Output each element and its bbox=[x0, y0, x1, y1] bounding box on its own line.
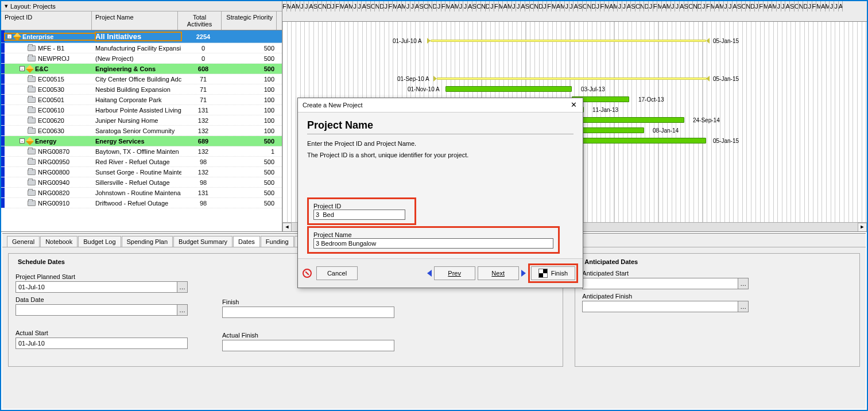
next-button[interactable]: Next bbox=[478, 266, 519, 280]
row-activities: 0 bbox=[181, 45, 225, 52]
table-row[interactable]: EC00630Saratoga Senior Community132100 bbox=[1, 126, 282, 136]
col-project-name[interactable]: Project Name bbox=[92, 11, 178, 30]
row-priority: 500 bbox=[225, 189, 280, 196]
row-name: City Center Office Building Adc bbox=[95, 76, 181, 83]
row-name: Johnstown - Routine Maintena bbox=[95, 189, 181, 196]
row-name: Sunset Gorge - Routine Mainte bbox=[95, 169, 181, 176]
gantt-label: 03-Jul-13 bbox=[581, 86, 605, 92]
table-row[interactable]: -E&CEngineering & Cons608500 bbox=[1, 64, 282, 74]
tab-notebook[interactable]: Notebook bbox=[40, 236, 78, 247]
row-activities: 98 bbox=[181, 200, 225, 207]
table-row[interactable]: MFE - B1Manufacturing Facility Expansi05… bbox=[1, 43, 282, 53]
col-project-id[interactable]: Project ID bbox=[1, 11, 92, 30]
table-row[interactable]: NRG00820Johnstown - Routine Maintena1315… bbox=[1, 188, 282, 198]
finish-highlight: Finish bbox=[528, 263, 578, 283]
row-name: Haitang Corporate Park bbox=[95, 96, 181, 103]
gantt-bar[interactable] bbox=[569, 138, 706, 144]
close-icon[interactable]: ✕ bbox=[569, 100, 578, 110]
tab-budget-summary[interactable]: Budget Summary bbox=[173, 236, 232, 247]
col-total-activities[interactable]: Total Activities bbox=[178, 11, 222, 30]
gantt-summary-bar-enterprise[interactable] bbox=[431, 40, 706, 42]
eps-icon bbox=[26, 64, 34, 72]
table-row[interactable]: EC00515City Center Office Building Adc71… bbox=[1, 74, 282, 84]
anticipated-start-input[interactable]: … bbox=[582, 278, 749, 289]
row-activities: 132 bbox=[181, 169, 225, 176]
anticipated-finish-input[interactable]: … bbox=[582, 301, 749, 312]
grid-column-headers: Project ID Project Name Total Activities… bbox=[1, 11, 282, 30]
row-activities: 132 bbox=[181, 127, 225, 134]
collapse-icon[interactable]: - bbox=[20, 138, 25, 144]
row-priority: 100 bbox=[225, 127, 280, 134]
folder-icon bbox=[28, 56, 36, 61]
tab-funding[interactable]: Funding bbox=[261, 236, 294, 247]
gantt-bar[interactable] bbox=[445, 86, 572, 92]
finish-input[interactable] bbox=[222, 307, 394, 318]
row-name: Baytown, TX - Offline Mainten bbox=[95, 148, 181, 155]
project-name-label: Project Name bbox=[313, 231, 553, 238]
tab-general[interactable]: General bbox=[7, 236, 40, 247]
anticipated-dates-title: Anticipated Dates bbox=[582, 258, 852, 265]
table-row[interactable]: EC00620Juniper Nursing Home132100 bbox=[1, 115, 282, 126]
row-id: E&C bbox=[35, 65, 48, 72]
table-row[interactable]: NRG00910Driftwood - Refuel Outage98500 bbox=[1, 198, 282, 208]
col-strategic-priority[interactable]: Strategic Priority bbox=[222, 11, 277, 30]
cancel-button[interactable]: Cancel bbox=[316, 266, 358, 280]
chevron-down-icon[interactable]: ▾ bbox=[5, 2, 8, 10]
table-row[interactable]: EC00501Haitang Corporate Park71100 bbox=[1, 95, 282, 105]
row-name: All Initiatives bbox=[95, 32, 181, 41]
row-name: Saratoga Senior Community bbox=[95, 127, 181, 134]
scroll-right-button[interactable]: ► bbox=[858, 223, 867, 231]
eps-icon bbox=[13, 32, 21, 40]
table-row[interactable]: -EnergyEnergy Services689500 bbox=[1, 136, 282, 146]
row-priority: 100 bbox=[225, 86, 280, 93]
tab-dates[interactable]: Dates bbox=[233, 236, 260, 247]
planned-start-input[interactable]: 01-Jul-10 … bbox=[16, 281, 188, 293]
collapse-icon[interactable]: - bbox=[7, 34, 12, 39]
row-id: NRG00800 bbox=[38, 169, 69, 176]
finish-button[interactable]: Finish bbox=[531, 266, 575, 280]
finish-icon bbox=[538, 269, 548, 278]
ellipsis-button[interactable]: … bbox=[738, 278, 748, 289]
table-row[interactable]: -EnterpriseAll Initiatives2254 bbox=[1, 30, 282, 43]
scroll-left-button[interactable]: ◄ bbox=[282, 223, 292, 231]
row-id: Energy bbox=[35, 138, 56, 145]
table-row[interactable]: NRG00950Red River - Refuel Outage98500 bbox=[1, 157, 282, 167]
gantt-timescale-header: FMAMJJASONDJFMAMJJASONDJFMAMJJASONDJFMAM… bbox=[282, 1, 867, 22]
planned-start-label: Project Planned Start bbox=[16, 273, 188, 280]
gantt-summary-bar-ec[interactable] bbox=[437, 77, 707, 80]
project-name-input[interactable] bbox=[313, 238, 553, 249]
projects-grid-panel: ▾ Layout: Projects Project ID Project Na… bbox=[1, 1, 282, 231]
prev-button[interactable]: Prev bbox=[434, 266, 475, 280]
ellipsis-button[interactable]: … bbox=[738, 301, 748, 312]
row-name: Red River - Refuel Outage bbox=[95, 158, 181, 165]
tab-spending-plan[interactable]: Spending Plan bbox=[122, 236, 173, 247]
ellipsis-button[interactable]: … bbox=[177, 305, 187, 315]
collapse-icon[interactable]: - bbox=[20, 66, 25, 71]
table-row[interactable]: NRG00940Sillersville - Refuel Outage9850… bbox=[1, 177, 282, 188]
row-priority: 100 bbox=[225, 76, 280, 83]
row-activities: 98 bbox=[181, 158, 225, 165]
table-row[interactable]: NEWPROJ(New Project)0500 bbox=[1, 53, 282, 64]
row-priority: 500 bbox=[225, 158, 280, 165]
row-priority: 500 bbox=[225, 65, 280, 72]
actual-finish-input[interactable] bbox=[222, 340, 394, 351]
actual-start-input[interactable]: 01-Jul-10 bbox=[16, 338, 188, 349]
folder-icon bbox=[28, 159, 36, 165]
table-row[interactable]: EC00610Harbour Pointe Assisted Living131… bbox=[1, 105, 282, 115]
project-id-input[interactable] bbox=[313, 210, 405, 220]
folder-icon bbox=[28, 87, 36, 92]
table-row[interactable]: EC00530Nesbid Building Expansion71100 bbox=[1, 84, 282, 95]
tab-budget-log[interactable]: Budget Log bbox=[78, 236, 121, 247]
folder-icon bbox=[28, 45, 36, 51]
gantt-label: 05-Jan-15 bbox=[713, 138, 739, 144]
layout-header[interactable]: ▾ Layout: Projects bbox=[1, 1, 282, 11]
row-name: Energy Services bbox=[95, 138, 181, 145]
table-row[interactable]: NRG00870Baytown, TX - Offline Mainten132… bbox=[1, 146, 282, 157]
row-priority: 500 bbox=[225, 45, 280, 52]
gantt-bar[interactable] bbox=[569, 117, 684, 123]
row-priority: 500 bbox=[225, 55, 280, 62]
table-row[interactable]: NRG00800Sunset Gorge - Routine Mainte132… bbox=[1, 167, 282, 177]
data-date-input[interactable]: … bbox=[16, 304, 188, 316]
row-activities: 132 bbox=[181, 148, 225, 155]
ellipsis-button[interactable]: … bbox=[177, 282, 187, 292]
